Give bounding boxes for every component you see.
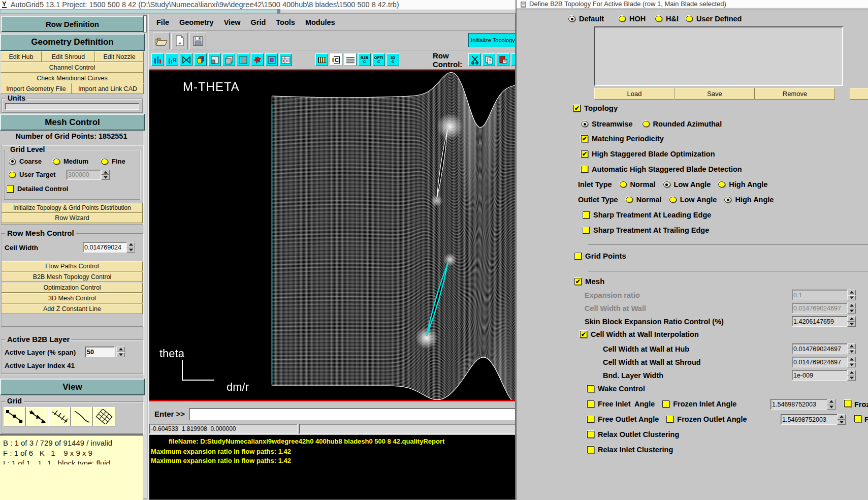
mesh-row[interactable]: Mesh (574, 277, 604, 286)
cut-row-icon[interactable] (468, 53, 481, 66)
window-layers-icon[interactable] (208, 53, 221, 66)
list-blocks-icon[interactable] (237, 53, 249, 66)
preset-user-defined[interactable]: User Defined (686, 15, 742, 23)
bnd-layer-input[interactable] (792, 370, 848, 381)
detailed-control-checkbox[interactable] (7, 185, 14, 193)
cell-width-input[interactable] (83, 242, 127, 253)
geometry-definition-header[interactable]: Geometry Definition (0, 34, 145, 51)
extra-preset-button[interactable] (850, 88, 868, 100)
ic-view-icon[interactable]: IC (330, 53, 342, 66)
save-project-button[interactable] (189, 33, 206, 49)
cww-hub-spinner[interactable] (847, 343, 856, 354)
channel-control-button[interactable]: Channel Control (1, 62, 144, 73)
skin-block-spinner[interactable] (847, 316, 856, 327)
streamwise-option[interactable]: Streamwise Rounded Azimuthal (581, 120, 722, 128)
menu-file[interactable]: File (153, 17, 172, 27)
preset-hoh-radio[interactable] (619, 16, 626, 22)
3d-mesh-control-button[interactable]: 3D Mesh Control (2, 293, 143, 303)
preset-default[interactable]: Default (568, 15, 604, 23)
edit-hub-button[interactable]: Edit Hub (1, 51, 42, 62)
fine-radio[interactable] (101, 159, 108, 165)
expansion-ratio-spinner[interactable] (847, 290, 856, 300)
mesh-control-header[interactable]: Mesh Control (0, 114, 145, 131)
menu-geometry[interactable]: Geometry (176, 17, 217, 27)
grid-curve-points-icon[interactable] (4, 407, 26, 426)
cww-interpolation-checkbox[interactable] (580, 331, 587, 338)
optimization-control-button[interactable]: Optimization Control (2, 283, 143, 293)
import-geometry-button[interactable]: Import Geometry File (1, 83, 72, 94)
left-panel-scrollbar-thumb[interactable] (143, 15, 147, 33)
inlet-high-angle-radio[interactable] (718, 181, 725, 188)
high-staggered-row[interactable]: High Staggered Blade Optimization (581, 150, 715, 158)
grid-curve-arrows-icon[interactable] (26, 407, 48, 426)
cell-width-spinner[interactable] (126, 242, 135, 253)
top-scrollbar[interactable] (0, 9, 278, 14)
menu-grid[interactable]: Grid (247, 17, 269, 27)
sharp-le-row[interactable]: Sharp Treatment At Leading Edge (583, 211, 711, 219)
remove-button[interactable]: Remove (755, 88, 835, 100)
detailed-control-row[interactable]: Detailed Control (7, 185, 68, 193)
matching-periodicity-checkbox[interactable] (581, 135, 588, 142)
open-project-button[interactable] (153, 33, 170, 49)
cww-hub-input[interactable] (792, 343, 848, 354)
3d-cube-icon[interactable] (194, 53, 207, 66)
active-layer-input[interactable] (85, 347, 115, 357)
user-target-input[interactable] (67, 170, 101, 180)
mesh-patch-icon[interactable] (93, 407, 115, 426)
b2b-control-icon[interactable]: B2BC (358, 53, 371, 66)
menu-modules[interactable]: Modules (302, 17, 338, 27)
sharp-te-checkbox[interactable] (583, 227, 590, 234)
frozen-inlet-extra-checkbox[interactable] (844, 400, 851, 407)
relax-outlet-checkbox[interactable] (587, 431, 594, 438)
rounded-azimuthal-radio[interactable] (642, 121, 650, 127)
user-target-spinner[interactable] (101, 170, 110, 180)
frozen-outlet-checkbox[interactable] (666, 416, 673, 423)
outlet-high-angle-radio[interactable] (724, 197, 731, 203)
geometry-check-icon[interactable] (251, 53, 264, 66)
edit-nozzle-button[interactable]: Edit Nozzle (95, 51, 144, 62)
units-selector[interactable] (5, 103, 139, 110)
menu-tools[interactable]: Tools (273, 17, 298, 27)
curve-icon[interactable] (71, 407, 93, 426)
check-meridional-button[interactable]: Check Meridional Curves (1, 73, 144, 83)
topology-checkbox[interactable] (573, 105, 581, 112)
relax-outlet-row[interactable]: Relax Outlet Clustering (587, 430, 679, 439)
preset-default-radio[interactable] (568, 16, 575, 22)
preset-hi[interactable]: H&I (655, 15, 679, 23)
streamwise-radio[interactable] (581, 121, 588, 127)
outlet-normal-radio[interactable] (626, 197, 633, 203)
p-row-icon[interactable]: P (511, 53, 516, 66)
skin-block-input[interactable] (792, 316, 848, 327)
medium-radio[interactable] (53, 159, 60, 165)
cww-shroud-spinner[interactable] (847, 357, 856, 367)
auto-high-staggered-checkbox[interactable] (581, 166, 588, 173)
row-display-icon[interactable]: R (166, 53, 178, 66)
preset-user-radio[interactable] (686, 16, 693, 22)
preset-listbox[interactable] (594, 26, 843, 86)
cell-width-wall-input[interactable] (792, 303, 848, 314)
expansion-ratio-input[interactable] (792, 290, 848, 300)
row-wizard-button[interactable]: Row Wizard (2, 213, 143, 223)
flow-paths-button[interactable]: Flow Paths Control (2, 261, 143, 271)
relax-inlet-row[interactable]: Relax Inlet Clustering (587, 446, 673, 454)
sharp-te-row[interactable]: Sharp Treatment At Trailing Edge (583, 226, 709, 234)
matching-periodicity-row[interactable]: Matching Periodicity (581, 135, 664, 143)
paste-row-icon[interactable] (497, 53, 509, 66)
grid-curve-ticks-icon[interactable] (48, 407, 71, 426)
mesh-viewport-canvas[interactable] (149, 71, 516, 401)
layers-lines-icon[interactable] (344, 53, 357, 66)
mesh-quality-icon[interactable] (315, 53, 328, 66)
grid-level-user-target[interactable]: User Target (9, 171, 55, 178)
grid-level-coarse[interactable]: Coarse (9, 158, 42, 165)
cww-interpolation-row[interactable]: Cell Width at Wall Interpolation (580, 330, 699, 338)
mesh-viewport[interactable]: M-THETA theta dm/r (149, 70, 516, 401)
wake-control-row[interactable]: Wake Control (587, 385, 645, 393)
initialize-topology-button[interactable]: Initialize Topology (468, 33, 516, 47)
preset-hi-radio[interactable] (655, 16, 662, 22)
repetition-display-icon[interactable] (151, 53, 164, 66)
inlet-low-angle-radio[interactable] (663, 181, 670, 188)
frozen-inlet-input[interactable] (770, 399, 827, 410)
row-definition-header[interactable]: Row Definition (1, 16, 144, 32)
frozen-outlet-spinner[interactable] (837, 414, 846, 425)
high-staggered-checkbox[interactable] (581, 150, 588, 158)
